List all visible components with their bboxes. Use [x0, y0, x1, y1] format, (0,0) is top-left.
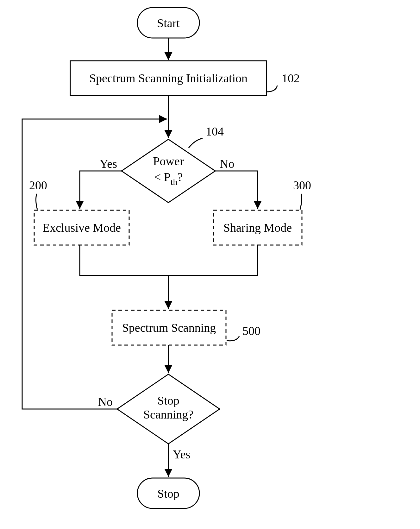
flowchart: Start Spectrum Scanning Initialization 1…	[0, 0, 420, 529]
ref-line-500	[227, 336, 239, 341]
stop-label: Stop	[157, 487, 179, 500]
sharing-label: Sharing Mode	[223, 221, 292, 234]
edge-power-no	[215, 171, 258, 209]
ref-line-102	[266, 85, 277, 92]
ref-line-200	[36, 194, 37, 210]
init-label: Spectrum Scanning Initialization	[89, 72, 248, 85]
decision-stop: Stop Scanning?	[117, 374, 220, 444]
ref-102: 102	[282, 72, 300, 85]
terminator-stop: Stop	[137, 478, 199, 508]
ref-line-300	[300, 194, 302, 210]
label-stop-no: No	[98, 395, 113, 408]
label-power-no: No	[220, 157, 234, 170]
exclusive-label: Exclusive Mode	[42, 221, 121, 234]
ref-104: 104	[206, 125, 224, 138]
start-label: Start	[157, 16, 180, 30]
label-stop-yes: Yes	[173, 448, 190, 461]
process-spectrum: Spectrum Scanning	[112, 310, 226, 345]
process-init: Spectrum Scanning Initialization	[70, 61, 266, 96]
edge-merge-horiz	[80, 245, 258, 275]
label-power-yes: Yes	[100, 157, 117, 170]
ref-300: 300	[293, 179, 311, 192]
ref-500: 500	[242, 324, 260, 337]
process-sharing: Sharing Mode	[213, 210, 302, 245]
stopq-line2: Scanning?	[143, 408, 193, 421]
terminator-start: Start	[137, 8, 199, 38]
stopq-line1: Stop	[157, 394, 179, 407]
ref-200: 200	[29, 179, 47, 192]
spectrum-label: Spectrum Scanning	[122, 321, 216, 334]
power-line1: Power	[153, 154, 184, 168]
edge-power-yes	[80, 171, 122, 209]
decision-power: Power < Pth?	[122, 139, 215, 203]
ref-line-104	[189, 138, 203, 148]
process-exclusive: Exclusive Mode	[34, 210, 129, 245]
